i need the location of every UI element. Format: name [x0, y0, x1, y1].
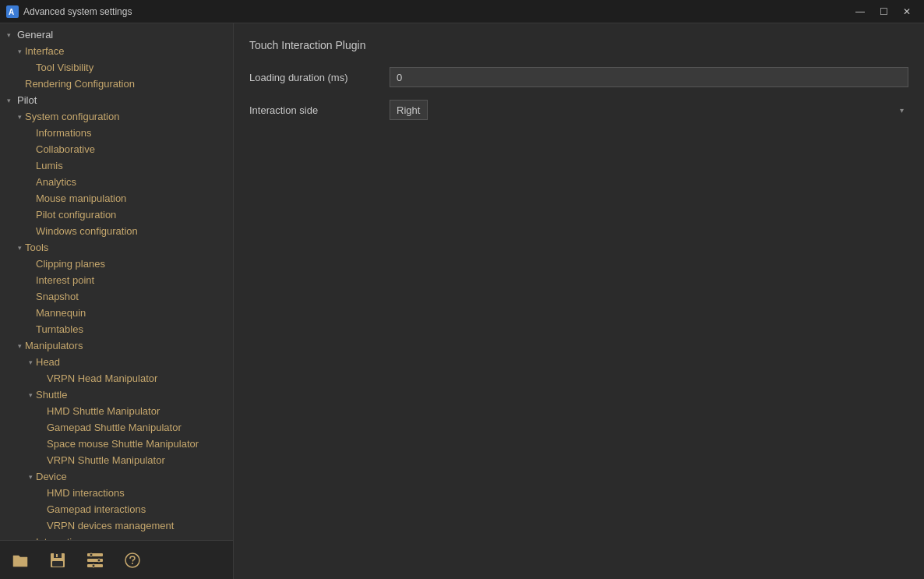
svg-rect-4	[52, 561, 63, 567]
tree-arrow-device	[25, 473, 36, 481]
sidebar-label-analytics: Analytics	[36, 176, 76, 188]
window-title: Advanced system settings	[23, 6, 849, 17]
sidebar-label-gamepad-interactions: Gamepad interactions	[47, 503, 146, 515]
tree-arrow-system-configuration	[14, 113, 25, 121]
sidebar-label-rendering-configuration: Rendering Configuration	[25, 78, 135, 90]
sidebar-label-pilot: Pilot	[14, 94, 37, 106]
tree-arrow-manipulators	[14, 342, 25, 350]
help-button[interactable]	[118, 546, 146, 574]
tree-arrow-head	[25, 358, 36, 366]
sidebar-label-interface: Interface	[25, 45, 65, 57]
sidebar-item-turntables[interactable]: Turntables	[0, 321, 233, 337]
sidebar-item-space-mouse-shuttle-manipulator[interactable]: Space mouse Shuttle Manipulator	[0, 436, 233, 452]
loading-duration-input[interactable]	[390, 67, 908, 87]
sidebar-item-informations[interactable]: Informations	[0, 125, 233, 141]
sidebar-item-rendering-configuration[interactable]: Rendering Configuration	[0, 76, 233, 92]
close-button[interactable]: ✕	[896, 4, 918, 19]
sidebar-label-snapshot: Snapshot	[36, 291, 79, 302]
sidebar-item-mannequin[interactable]: Mannequin	[0, 305, 233, 321]
sidebar-item-analytics[interactable]: Analytics	[0, 174, 233, 190]
svg-text:A: A	[9, 8, 14, 16]
tree-arrow-shuttle	[25, 391, 36, 399]
sidebar-label-gamepad-shuttle-manipulator: Gamepad Shuttle Manipulator	[47, 422, 182, 433]
tree-arrow-tools	[14, 244, 25, 252]
sidebar-item-collaborative[interactable]: Collaborative	[0, 141, 233, 157]
sidebar-label-mouse-manipulation: Mouse manipulation	[36, 192, 126, 204]
sidebar-label-turntables: Turntables	[36, 323, 83, 335]
sidebar-item-interface[interactable]: Interface	[0, 43, 233, 59]
window-controls: — ☐ ✕	[849, 4, 918, 19]
sidebar-label-hmd-interactions: HMD interactions	[47, 487, 125, 499]
sidebar-item-pilot-configuration[interactable]: Pilot configuration	[0, 207, 233, 223]
sidebar-label-tool-visibility: Tool Visibility	[36, 62, 93, 73]
sidebar-label-vrpn-head-manipulator: VRPN Head Manipulator	[47, 372, 157, 384]
sidebar-item-general[interactable]: General	[0, 26, 233, 43]
sidebar-item-interest-point[interactable]: Interest point	[0, 272, 233, 288]
sidebar-item-manipulators[interactable]: Manipulators	[0, 337, 233, 354]
main-container: GeneralInterfaceTool VisibilityRendering…	[0, 23, 924, 579]
svg-point-10	[97, 559, 101, 562]
sidebar-label-device: Device	[36, 471, 67, 482]
sidebar-item-snapshot[interactable]: Snapshot	[0, 288, 233, 305]
sidebar-label-lumis: Lumis	[36, 160, 63, 171]
sidebar-item-interaction[interactable]: Interaction	[0, 534, 233, 540]
sidebar-item-vrpn-head-manipulator[interactable]: VRPN Head Manipulator	[0, 370, 233, 387]
section-title: Touch Interaction Plugin	[249, 39, 908, 51]
sidebar-label-collaborative: Collaborative	[36, 143, 95, 155]
sidebar-item-hmd-interactions[interactable]: HMD interactions	[0, 485, 233, 501]
sidebar-item-gamepad-shuttle-manipulator[interactable]: Gamepad Shuttle Manipulator	[0, 419, 233, 436]
sidebar-item-vrpn-devices-management[interactable]: VRPN devices management	[0, 517, 233, 534]
tree-arrow-general	[3, 31, 14, 39]
sidebar-item-device[interactable]: Device	[0, 468, 233, 485]
sidebar-item-vrpn-shuttle-manipulator[interactable]: VRPN Shuttle Manipulator	[0, 452, 233, 468]
svg-point-9	[90, 553, 93, 556]
content-area: Touch Interaction Plugin Loading duratio…	[234, 23, 924, 579]
sidebar-label-tools: Tools	[25, 242, 48, 253]
sidebar-item-mouse-manipulation[interactable]: Mouse manipulation	[0, 190, 233, 207]
select-arrow-icon: ▾	[900, 106, 904, 115]
sidebar-item-clipping-planes[interactable]: Clipping planes	[0, 256, 233, 272]
sidebar-item-pilot[interactable]: Pilot	[0, 92, 233, 108]
minimize-button[interactable]: —	[849, 4, 871, 19]
sidebar-item-windows-configuration[interactable]: Windows configuration	[0, 223, 233, 239]
interaction-side-select-wrapper: Right Left ▾	[390, 100, 908, 120]
sidebar-label-pilot-configuration: Pilot configuration	[36, 209, 116, 221]
sidebar-item-tool-visibility[interactable]: Tool Visibility	[0, 59, 233, 76]
sidebar-item-shuttle[interactable]: Shuttle	[0, 387, 233, 403]
sidebar-label-shuttle: Shuttle	[36, 389, 67, 401]
sidebar-label-windows-configuration: Windows configuration	[36, 225, 138, 237]
sidebar: GeneralInterfaceTool VisibilityRendering…	[0, 23, 234, 579]
sidebar-label-head: Head	[36, 356, 60, 368]
sidebar-item-lumis[interactable]: Lumis	[0, 157, 233, 174]
interaction-side-row: Interaction side Right Left ▾	[249, 100, 908, 120]
sidebar-item-tools[interactable]: Tools	[0, 239, 233, 256]
sidebar-item-gamepad-interactions[interactable]: Gamepad interactions	[0, 501, 233, 517]
sidebar-item-head[interactable]: Head	[0, 354, 233, 370]
loading-duration-row: Loading duration (ms)	[249, 67, 908, 87]
sidebar-label-interest-point: Interest point	[36, 274, 94, 286]
maximize-button[interactable]: ☐	[873, 4, 894, 19]
app-icon: A	[6, 5, 19, 18]
sidebar-label-clipping-planes: Clipping planes	[36, 258, 105, 270]
sidebar-label-vrpn-shuttle-manipulator: VRPN Shuttle Manipulator	[47, 454, 165, 466]
sidebar-label-general: General	[14, 29, 53, 41]
save-button[interactable]	[44, 546, 72, 574]
svg-point-11	[92, 564, 95, 567]
sidebar-label-space-mouse-shuttle-manipulator: Space mouse Shuttle Manipulator	[47, 438, 199, 450]
interaction-side-label: Interaction side	[249, 104, 390, 116]
sidebar-tree: GeneralInterfaceTool VisibilityRendering…	[0, 23, 233, 540]
svg-point-13	[132, 563, 133, 564]
sidebar-toolbar	[0, 540, 233, 579]
interaction-side-select[interactable]: Right Left	[390, 100, 428, 120]
settings-button[interactable]	[81, 546, 109, 574]
folder-button[interactable]	[6, 546, 34, 574]
sidebar-label-system-configuration: System configuration	[25, 111, 119, 122]
tree-arrow-pilot	[3, 97, 14, 104]
tree-arrow-interface	[14, 48, 25, 55]
loading-duration-label: Loading duration (ms)	[249, 72, 390, 83]
svg-rect-5	[56, 554, 58, 557]
sidebar-item-system-configuration[interactable]: System configuration	[0, 108, 233, 125]
sidebar-label-vrpn-devices-management: VRPN devices management	[47, 520, 174, 531]
sidebar-label-mannequin: Mannequin	[36, 307, 86, 319]
sidebar-item-hmd-shuttle-manipulator[interactable]: HMD Shuttle Manipulator	[0, 403, 233, 419]
